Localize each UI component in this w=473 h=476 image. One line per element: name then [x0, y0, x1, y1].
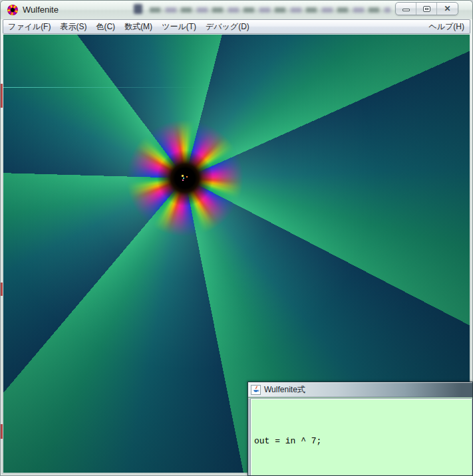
left-border-bleed: [1, 424, 3, 439]
formula-window-title: Wulfenite式: [264, 384, 305, 396]
maximize-icon: [423, 6, 430, 12]
titlebar[interactable]: Wulfenite ✕: [1, 1, 472, 19]
plot-rainbow-flower: [118, 112, 251, 245]
blurred-text-streak: [150, 7, 391, 13]
formula-editor[interactable]: out = in ^ 7; &log; &log; &sin;&sin;&sin…: [248, 398, 472, 475]
blurred-icon: [134, 4, 142, 14]
wulfenite-app-icon[interactable]: [7, 5, 18, 15]
plot-scanline-artifact: [3, 87, 203, 88]
menu-item-formula[interactable]: 数式(M): [120, 19, 157, 35]
close-button[interactable]: ✕: [437, 3, 458, 15]
menu-item-tools[interactable]: ツール(T): [157, 19, 201, 35]
menu-item-view[interactable]: 表示(S): [55, 19, 91, 35]
close-icon: ✕: [444, 5, 450, 13]
plot-dot-pink: [182, 179, 184, 181]
menu-item-help[interactable]: ヘルプ(H): [423, 19, 470, 35]
window-title: Wulfenite: [23, 5, 59, 15]
menu-item-color[interactable]: 色(C): [91, 19, 120, 35]
java-icon[interactable]: [251, 385, 261, 395]
maximize-button[interactable]: [416, 3, 437, 15]
plot-dot-cyan: [183, 178, 184, 179]
minimize-icon: [402, 9, 410, 11]
menu-item-debug[interactable]: デバッグ(D): [201, 19, 254, 35]
plot-dot-yellow: [182, 175, 184, 177]
formula-window: Wulfenite式 out = in ^ 7; &log; &log; &si…: [247, 382, 473, 476]
minimize-button[interactable]: [396, 3, 416, 15]
menu-item-file[interactable]: ファイル(F): [3, 19, 55, 35]
formula-titlebar[interactable]: Wulfenite式: [248, 382, 472, 398]
left-border-bleed: [1, 84, 3, 108]
plot-dot-orange: [186, 176, 188, 178]
menubar: ファイル(F) 表示(S) 色(C) 数式(M) ツール(T) デバッグ(D) …: [3, 19, 470, 34]
left-border-bleed: [1, 283, 3, 296]
plot-black-core: [155, 148, 215, 208]
background-window-blur: [128, 3, 394, 17]
screen: Wulfenite ✕ ファイル(F) 表示(S) 色(C): [0, 0, 473, 476]
window-controls: ✕: [395, 2, 458, 15]
formula-line: out = in ^ 7;: [254, 433, 472, 449]
